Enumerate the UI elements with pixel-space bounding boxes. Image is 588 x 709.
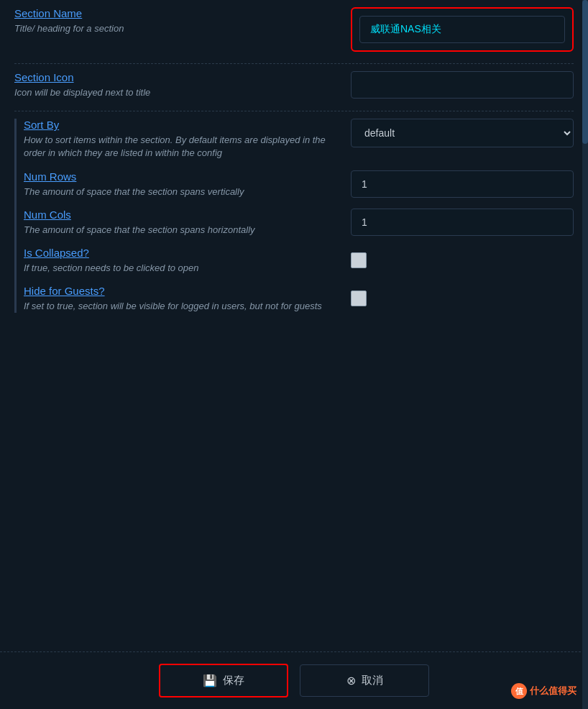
section-name-input[interactable] [359, 16, 565, 43]
num-cols-right [351, 209, 574, 236]
scrollbar-track [582, 0, 588, 709]
sort-by-desc: How to sort items within the section. By… [24, 134, 336, 160]
save-icon: 💾 [203, 674, 217, 687]
is-collapsed-desc: If true, section needs to be clicked to … [24, 262, 336, 275]
num-cols-left: Num Cols The amount of space that the se… [24, 209, 351, 237]
sort-by-right: default alphabetical most-used last-used [351, 119, 574, 147]
watermark-icon: 值 [511, 683, 527, 699]
hide-guests-checkbox-wrapper [351, 285, 574, 306]
sort-group: Sort By How to sort items within the sec… [14, 119, 574, 313]
hide-guests-left: Hide for Guests? If set to true, section… [24, 285, 351, 313]
watermark-text: 什么值得买 [530, 685, 576, 697]
num-rows-row: Num Rows The amount of space that the se… [24, 170, 574, 198]
hide-guests-right [351, 285, 574, 306]
save-button-label: 保存 [223, 674, 244, 687]
cancel-button[interactable]: ⊗ 取消 [300, 664, 429, 697]
num-rows-desc: The amount of space that the section spa… [24, 186, 336, 198]
sort-by-select[interactable]: default alphabetical most-used last-used [351, 119, 574, 147]
is-collapsed-left: Is Collapsed? If true, section needs to … [24, 247, 351, 275]
num-rows-input[interactable] [351, 170, 574, 198]
is-collapsed-right [351, 247, 574, 268]
sort-by-row: Sort By How to sort items within the sec… [24, 119, 574, 160]
num-cols-desc: The amount of space that the section spa… [24, 224, 336, 237]
cancel-icon: ⊗ [346, 674, 356, 687]
section-icon-left: Section Icon Icon will be displayed next… [14, 71, 351, 99]
num-rows-right [351, 170, 574, 198]
page-container: Section Name Title/ heading for a sectio… [0, 0, 588, 709]
num-cols-input[interactable] [351, 209, 574, 236]
sort-by-label[interactable]: Sort By [24, 119, 336, 131]
section-name-left: Section Name Title/ heading for a sectio… [14, 7, 351, 35]
num-cols-label[interactable]: Num Cols [24, 209, 336, 221]
num-rows-left: Num Rows The amount of space that the se… [24, 170, 351, 198]
sort-by-left: Sort By How to sort items within the sec… [24, 119, 351, 160]
is-collapsed-checkbox[interactable] [351, 252, 367, 268]
cancel-button-label: 取消 [362, 674, 383, 687]
section-icon-label[interactable]: Section Icon [14, 71, 336, 83]
is-collapsed-label[interactable]: Is Collapsed? [24, 247, 336, 259]
spacer [14, 324, 574, 367]
section-icon-right [351, 71, 574, 99]
scrollbar-thumb[interactable] [582, 0, 588, 144]
section-icon-row: Section Icon Icon will be displayed next… [14, 71, 574, 111]
section-name-highlight-box [351, 7, 574, 52]
section-icon-input[interactable] [351, 71, 574, 99]
hide-guests-desc: If set to true, section will be visible … [24, 300, 336, 313]
watermark: 值 什么值得买 [511, 683, 576, 699]
num-cols-row: Num Cols The amount of space that the se… [24, 209, 574, 237]
hide-guests-row: Hide for Guests? If set to true, section… [24, 285, 574, 313]
section-name-desc: Title/ heading for a section [14, 22, 336, 35]
is-collapsed-row: Is Collapsed? If true, section needs to … [24, 247, 574, 275]
hide-guests-checkbox[interactable] [351, 291, 367, 306]
hide-guests-label[interactable]: Hide for Guests? [24, 285, 336, 297]
section-name-right [351, 7, 574, 52]
section-name-row: Section Name Title/ heading for a sectio… [14, 7, 574, 64]
content-area: Section Name Title/ heading for a sectio… [0, 0, 588, 651]
footer-area: 💾 保存 ⊗ 取消 值 什么值得买 [0, 651, 588, 709]
section-icon-desc: Icon will be displayed next to title [14, 86, 336, 99]
is-collapsed-checkbox-wrapper [351, 247, 574, 268]
section-name-label[interactable]: Section Name [14, 7, 336, 19]
num-rows-label[interactable]: Num Rows [24, 170, 336, 183]
save-button[interactable]: 💾 保存 [159, 664, 288, 697]
